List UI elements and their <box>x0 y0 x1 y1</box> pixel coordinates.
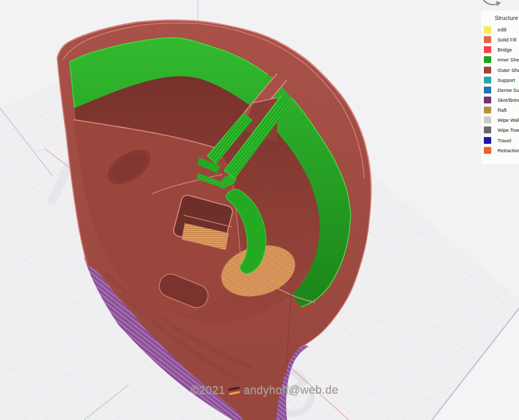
watermark-email: andyhoff@web.de <box>243 384 338 396</box>
legend-swatch <box>484 46 491 53</box>
legend-label: Outer Shell <box>497 67 519 73</box>
legend-label: Infill <box>497 27 506 33</box>
viewport-3d[interactable]: e <box>0 0 519 420</box>
legend-title: Structure <box>481 15 519 21</box>
scene-canvas: e <box>0 0 519 420</box>
legend-label: Solid Fill <box>497 37 516 43</box>
legend-swatch <box>484 147 491 154</box>
legend-label: Dense Support <box>497 87 519 93</box>
curved-arrow-icon <box>482 0 505 7</box>
legend-item-inner-shell: Inner Shell <box>481 55 519 65</box>
legend-label: Bridge <box>497 47 512 52</box>
legend-swatch <box>484 137 491 144</box>
legend-item-outer-shell: Outer Shell <box>481 65 519 75</box>
legend-item-wipe-tower: Wipe Tower <box>481 125 519 135</box>
legend-item-skirt-brim: Skirt/Brim <box>481 95 519 105</box>
legend-swatch <box>484 26 491 33</box>
legend-item-dense-support: Dense Support <box>481 85 519 95</box>
legend-item-bridge: Bridge <box>481 45 519 55</box>
legend-swatch <box>484 77 491 83</box>
legend-item-support: Support <box>481 75 519 85</box>
legend-swatch <box>484 97 491 103</box>
watermark-year: ©2021 <box>190 384 225 396</box>
legend-label: Wipe Wall <box>497 117 519 123</box>
legend-item-travel: Travel <box>481 135 519 145</box>
german-flag-icon <box>229 386 240 395</box>
author-watermark: ©2021andyhoff@web.de <box>190 384 338 397</box>
legend-items: InfillSolid FillBridgeInner ShellOuter S… <box>481 25 519 155</box>
legend-swatch <box>484 127 491 133</box>
rotate-view-button[interactable] <box>482 0 505 7</box>
legend-label: Raft <box>497 107 506 113</box>
legend-swatch <box>484 107 491 113</box>
legend-label: Travel <box>497 138 511 143</box>
legend-item-retraction: Retraction <box>481 145 519 155</box>
legend-swatch <box>484 56 491 63</box>
legend-label: Inner Shell <box>497 57 519 62</box>
structure-legend-panel: Structure InfillSolid FillBridgeInner Sh… <box>481 10 519 164</box>
legend-item-infill: Infill <box>481 25 519 35</box>
legend-swatch <box>484 67 491 74</box>
legend-label: Skirt/Brim <box>497 97 519 103</box>
legend-label: Retraction <box>497 148 519 153</box>
legend-item-wipe-wall: Wipe Wall <box>481 115 519 125</box>
legend-label: Support <box>497 77 515 83</box>
legend-item-solid-fill: Solid Fill <box>481 35 519 45</box>
legend-swatch <box>484 36 491 43</box>
legend-label: Wipe Tower <box>497 127 519 133</box>
legend-item-raft: Raft <box>481 105 519 115</box>
legend-swatch <box>484 87 491 93</box>
legend-swatch <box>484 117 491 123</box>
